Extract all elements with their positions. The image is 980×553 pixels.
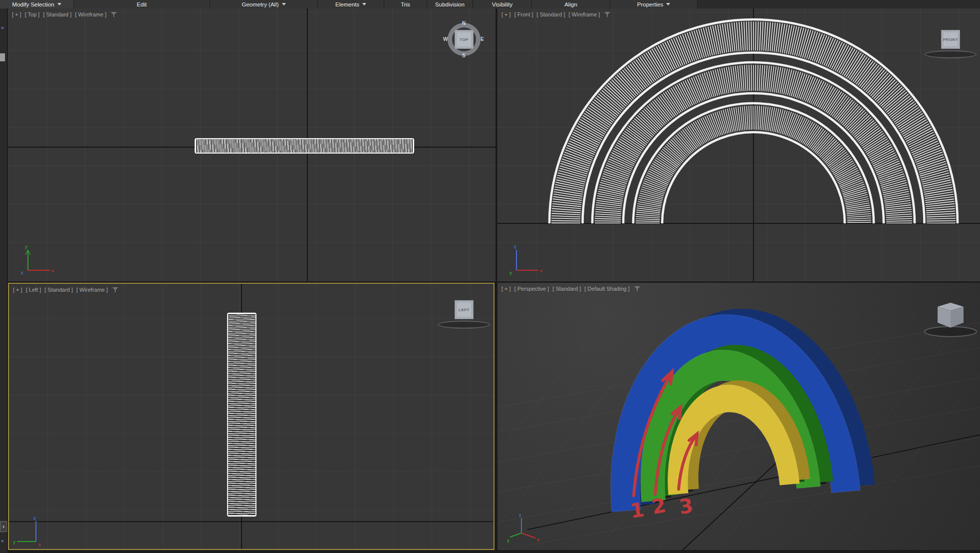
- quad-menu-bar: Modify Selection Edit Geometry (All) Ele…: [0, 0, 980, 8]
- menu-item-geometry-all[interactable]: Geometry (All): [210, 0, 318, 8]
- viewport-perspective[interactable]: 1 2 3 [ + ] [ Perspective ] [ Standard ]…: [497, 283, 980, 550]
- menu-item-properties[interactable]: Properties: [610, 0, 698, 8]
- viewcube-face-label: FRONT: [943, 37, 958, 42]
- menu-item-align[interactable]: Align: [532, 0, 610, 8]
- filter-icon[interactable]: [111, 12, 117, 17]
- viewport-menu-token[interactable]: [ + ]: [501, 286, 511, 292]
- viewcube-face-label: TOP: [460, 37, 469, 42]
- open-panel-button[interactable]: ›: [0, 521, 7, 532]
- compass-west[interactable]: W: [443, 36, 448, 42]
- axis-label-z: z: [519, 513, 521, 518]
- axis-label-x: x: [540, 268, 542, 273]
- viewcube[interactable]: TOP: [455, 30, 474, 49]
- viewport-shading-token[interactable]: [ Wireframe ]: [568, 11, 600, 17]
- menu-item-edit[interactable]: Edit: [74, 0, 210, 8]
- viewport-top[interactable]: [ + ] [ Top ] [ Standard ] [ Wireframe ]…: [8, 8, 495, 281]
- viewport-label-top: [ + ] [ Top ] [ Standard ] [ Wireframe ]: [12, 11, 117, 17]
- viewport-front[interactable]: [ + ] [ Front ] [ Standard ] [ Wireframe…: [497, 8, 980, 281]
- rainbow-object-top-view[interactable]: [195, 138, 414, 154]
- axis-label-z: z: [514, 244, 516, 249]
- expand-panel-icon[interactable]: »: [1, 25, 4, 30]
- application-window: Modify Selection Edit Geometry (All) Ele…: [0, 0, 980, 553]
- menu-item-label: Properties: [637, 1, 663, 7]
- filter-icon[interactable]: [112, 287, 118, 293]
- axis-label-y: y: [507, 538, 509, 543]
- viewport-view-token[interactable]: [ Perspective ]: [514, 286, 549, 292]
- viewcube-ring[interactable]: [438, 321, 490, 329]
- axis-gizmo: z x y: [505, 243, 545, 278]
- panel-grip[interactable]: [0, 53, 5, 61]
- axis-label-x: x: [51, 268, 54, 273]
- viewcube-3d[interactable]: [921, 297, 980, 339]
- viewport-view-token[interactable]: [ Front ]: [514, 11, 533, 17]
- menu-item-subdivision[interactable]: Subdivision: [427, 0, 473, 8]
- menu-item-elements[interactable]: Elements: [318, 0, 384, 8]
- viewcube-ring[interactable]: [925, 50, 977, 58]
- axis-label-x: x: [537, 537, 539, 542]
- viewport-label-perspective: [ + ] [ Perspective ] [ Standard ] [ Def…: [501, 286, 640, 292]
- menu-item-label: Geometry (All): [242, 1, 278, 7]
- axis-label-z: z: [21, 270, 23, 275]
- axis-gizmo: z y x: [12, 514, 52, 549]
- dropdown-arrow-icon: [57, 3, 61, 5]
- menu-item-tris[interactable]: Tris: [384, 0, 427, 8]
- menu-item-visibility[interactable]: Visibility: [473, 0, 532, 8]
- grid-axis-line: [9, 521, 493, 522]
- axis-label-y: y: [13, 540, 15, 545]
- axis-label-x: x: [38, 542, 41, 547]
- viewport-label-left: [ + ] [ Left ] [ Standard ] [ Wireframe …: [13, 287, 118, 293]
- viewport-menu-token[interactable]: [ + ]: [501, 11, 511, 17]
- compass-south[interactable]: S: [462, 53, 466, 58]
- collapsed-side-panel-strip: » › »: [0, 8, 8, 553]
- axis-label-y: y: [509, 270, 512, 275]
- menu-item-label: Elements: [335, 1, 359, 7]
- annotation-number-3: 3: [678, 494, 695, 518]
- menu-item-label: Subdivision: [435, 1, 465, 7]
- axis-label-z: z: [33, 516, 36, 521]
- menu-item-modify-selection[interactable]: Modify Selection: [0, 0, 74, 8]
- filter-icon[interactable]: [604, 12, 610, 17]
- viewport-renderer-token[interactable]: [ Standard ]: [43, 11, 71, 17]
- viewport-label-front: [ + ] [ Front ] [ Standard ] [ Wireframe…: [501, 11, 610, 17]
- axis-gizmo: y x z: [17, 243, 57, 278]
- viewport-view-token[interactable]: [ Left ]: [26, 287, 41, 293]
- viewport-view-token[interactable]: [ Top ]: [25, 11, 40, 17]
- viewport-shading-token[interactable]: [ Wireframe ]: [75, 11, 106, 17]
- compass-north[interactable]: N: [462, 20, 466, 26]
- viewport-left-selected[interactable]: [ + ] [ Left ] [ Standard ] [ Wireframe …: [8, 283, 494, 550]
- menu-item-label: Edit: [137, 1, 147, 7]
- dropdown-arrow-icon: [362, 3, 366, 5]
- filter-icon[interactable]: [634, 286, 640, 292]
- expand-panel-icon[interactable]: »: [1, 538, 4, 544]
- dropdown-arrow-icon: [282, 3, 286, 5]
- compass-east[interactable]: E: [481, 36, 484, 42]
- axis-label-y: y: [25, 244, 27, 249]
- viewport-renderer-token[interactable]: [ Standard ]: [537, 11, 565, 17]
- viewport-renderer-token[interactable]: [ Standard ]: [44, 287, 73, 293]
- rainbow-object-front-view[interactable]: [497, 8, 980, 281]
- rainbow-object-left-view[interactable]: [227, 313, 256, 517]
- menu-item-label: Tris: [401, 1, 410, 7]
- menu-item-label: Visibility: [492, 1, 512, 7]
- menu-item-label: Modify Selection: [12, 1, 54, 7]
- viewcube[interactable]: LEFT: [455, 300, 474, 319]
- viewport-renderer-token[interactable]: [ Standard ]: [552, 286, 581, 292]
- viewport-menu-token[interactable]: [ + ]: [13, 287, 22, 293]
- viewport-shading-token[interactable]: [ Wireframe ]: [76, 287, 108, 293]
- viewcube-face-label: LEFT: [459, 308, 470, 312]
- viewcube[interactable]: FRONT: [941, 30, 960, 49]
- viewport-shading-token[interactable]: [ Default Shading ]: [584, 286, 630, 292]
- axis-gizmo: z x y: [506, 512, 546, 547]
- menu-bar-filler: [698, 0, 980, 8]
- perspective-scene: 1 2 3: [497, 283, 980, 550]
- viewport-menu-token[interactable]: [ + ]: [12, 11, 21, 17]
- menu-item-label: Align: [564, 1, 577, 7]
- dropdown-arrow-icon: [666, 3, 670, 5]
